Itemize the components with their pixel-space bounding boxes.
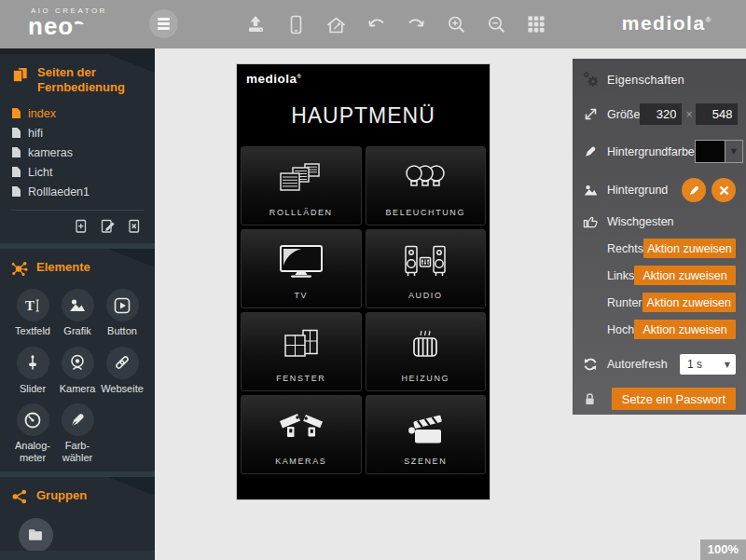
tile-audio[interactable]: AUDIO (366, 229, 487, 308)
page-item-label: kameras (28, 146, 73, 159)
grid-icon[interactable] (525, 13, 547, 35)
slider-icon (17, 347, 49, 379)
bgcolor-label: Hintergrundfarbe (607, 145, 695, 158)
page-file-icon (11, 127, 21, 139)
add-page-icon[interactable] (75, 219, 89, 234)
clapperboard-icon (404, 410, 447, 445)
redo-icon[interactable] (405, 13, 427, 35)
tile-kameras[interactable]: KAMERAS (241, 395, 362, 474)
pages-icon (11, 66, 29, 84)
zoom-out-icon[interactable] (485, 13, 507, 35)
gesture-label: Runter (607, 296, 642, 309)
zoom-level-badge: 100% (700, 540, 746, 560)
chevron-down-icon: ▼ (725, 361, 730, 369)
elements-icon (11, 260, 28, 277)
sidebar-footer (0, 551, 155, 560)
smartphone-icon[interactable] (284, 13, 307, 35)
element-item-farbwaehler[interactable]: Farb-wähler (56, 403, 99, 463)
element-item-webseite[interactable]: Webseite (101, 347, 144, 395)
page-item-label: index (28, 107, 56, 120)
zoom-in-icon[interactable] (445, 13, 467, 35)
element-item-textfeld[interactable]: T Textfeld (11, 289, 54, 337)
width-input[interactable] (640, 103, 682, 125)
size-label: Größe (607, 108, 640, 121)
remove-background-button[interactable] (711, 178, 736, 202)
pen-icon (583, 144, 607, 159)
topbar: AIO CREATOR neo (0, 0, 746, 48)
assign-action-left-button[interactable]: Aktion zuweisen (634, 266, 736, 285)
element-item-kamera[interactable]: Kamera (56, 347, 99, 395)
height-input[interactable] (696, 103, 738, 125)
sidebar-page-item-index[interactable]: index (11, 103, 144, 123)
undo-icon[interactable] (365, 13, 387, 35)
toolbar (244, 13, 547, 35)
tile-beleuchtung[interactable]: BELEUCHTUNG (366, 146, 487, 225)
pencil-icon (688, 184, 700, 197)
refresh-icon (583, 357, 607, 372)
groups-section-title: Gruppen (36, 488, 87, 503)
tile-rolllaeden[interactable]: ROLLLÄDEN (241, 146, 362, 225)
phone-preview[interactable]: mediola® HAUPTMENÜ ROLLLÄDEN BELE (236, 63, 490, 500)
phone-page-title[interactable]: HAUPTMENÜ (237, 103, 490, 129)
chevron-down-icon: ▼ (725, 140, 743, 163)
assign-action-up-button[interactable]: Aktion zuweisen (634, 320, 736, 339)
groups-icon (11, 488, 28, 505)
lock-icon (583, 391, 607, 406)
app-logo: AIO CREATOR neo (28, 7, 107, 38)
menu-icon[interactable] (149, 9, 178, 38)
svg-text:T: T (25, 298, 35, 313)
background-label: Hintergrund (607, 184, 682, 197)
upload-icon[interactable] (244, 13, 267, 35)
autorefresh-label: Autorefresh (607, 358, 680, 371)
tile-heizung[interactable]: HEIZUNG (366, 312, 487, 391)
bgcolor-picker[interactable]: ▼ (695, 140, 743, 163)
delete-page-icon[interactable] (128, 219, 142, 234)
assign-action-right-button[interactable]: Aktion zuweisen (643, 239, 736, 258)
cctv-icon (278, 411, 325, 444)
assign-action-down-button[interactable]: Aktion zuweisen (642, 293, 736, 312)
swipe-gesture-icon (583, 213, 607, 229)
windows-icon (281, 329, 322, 361)
image-icon (583, 183, 607, 198)
set-password-button[interactable]: Setze ein Passwort (612, 388, 736, 410)
tile-szenen[interactable]: SZENEN (366, 395, 487, 474)
page-file-icon (11, 107, 21, 119)
gestures-label: Wischgesten (607, 215, 736, 228)
radiator-icon (405, 327, 446, 362)
gesture-label: Rechts (607, 242, 643, 255)
gesture-row-runter: Runter Aktion zuweisen (607, 291, 736, 314)
rename-page-icon[interactable] (101, 219, 116, 234)
element-item-button[interactable]: Button (101, 289, 144, 337)
link-icon (106, 347, 139, 379)
pen-icon (62, 403, 94, 436)
tile-fenster[interactable]: FENSTER (241, 312, 362, 391)
mediola-brand-logo: mediola® (622, 12, 712, 34)
elements-section: Elemente T Textfeld Grafik Button (0, 249, 155, 471)
element-item-grafik[interactable]: Grafik (56, 289, 99, 337)
tv-icon (279, 244, 324, 279)
element-item-slider[interactable]: Slider (11, 347, 54, 395)
color-swatch (695, 140, 725, 163)
sidebar-page-item-hifi[interactable]: hifi (11, 123, 144, 143)
sidebar-page-item-licht[interactable]: Licht (11, 162, 144, 182)
edit-background-button[interactable] (682, 178, 706, 202)
autorefresh-value: 1 s (687, 358, 725, 371)
page-file-icon (11, 146, 21, 158)
properties-panel: Eigenschaften Größe × Hintergrundfarbe ▼… (573, 59, 746, 415)
gesture-label: Links (607, 269, 634, 282)
autorefresh-select[interactable]: 1 s ▼ (680, 354, 736, 375)
gauge-icon (17, 403, 49, 436)
resize-icon (583, 106, 607, 122)
element-item-analogmeter[interactable]: Analog-meter (11, 403, 54, 463)
home-icon[interactable] (325, 13, 347, 35)
gear-icon (583, 71, 607, 89)
phone-brand-logo: mediola® (246, 72, 301, 86)
tile-tv[interactable]: TV (241, 229, 362, 308)
sidebar-page-item-rolllaeden1[interactable]: Rolllaeden1 (11, 182, 144, 201)
folder-icon (19, 518, 53, 553)
elements-section-title: Elemente (36, 260, 90, 275)
button-icon (106, 289, 139, 321)
app-logo-title: neo (28, 15, 74, 38)
gesture-row-hoch: Hoch Aktion zuweisen (607, 318, 736, 341)
sidebar-page-item-kameras[interactable]: kameras (11, 143, 144, 162)
